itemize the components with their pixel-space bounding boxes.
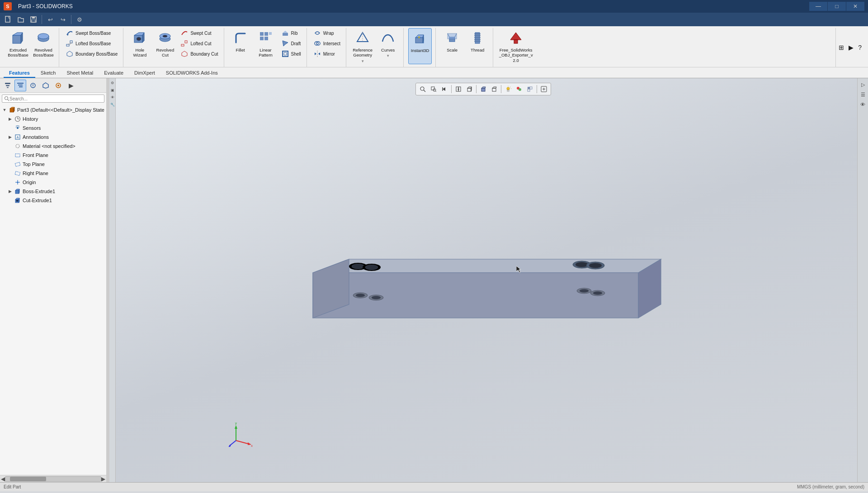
tree-item-part3[interactable]: ▼ Part3 (Default<<Default>_Display State (0, 105, 106, 114)
maximize-button[interactable]: □ (828, 2, 846, 11)
swept-boss-button[interactable]: Swept Boss/Base (64, 28, 119, 38)
ribbon: Extruded Boss/Base Revolved Boss/Base Sw… (0, 26, 868, 78)
boundary-cut-button[interactable]: Boundary Cut (179, 49, 220, 59)
open-button[interactable] (15, 14, 26, 25)
sidebar-display-button[interactable] (52, 80, 64, 91)
vp-wireframe-button[interactable] (489, 84, 499, 94)
tab-sketch[interactable]: Sketch (35, 69, 61, 78)
scroll-thumb[interactable] (10, 477, 46, 481)
intersect-button[interactable]: Intersect (311, 38, 342, 48)
sidebar-filter-button[interactable] (2, 80, 14, 91)
tab-features[interactable]: Features (4, 69, 35, 78)
status-message: Edit Part (4, 484, 21, 489)
fillet-button[interactable]: Fillet (229, 28, 252, 64)
sensors-icon (14, 124, 21, 132)
mini-icon-1[interactable]: ⚙ (110, 80, 115, 85)
vp-display-states-button[interactable] (525, 84, 535, 94)
right-sidebar: ▷ ☰ 👁 (857, 78, 868, 482)
linear-pattern-button[interactable]: Linear Pattern (254, 28, 278, 64)
mini-icon-2[interactable]: ▣ (110, 87, 115, 93)
svg-text:x: x (251, 444, 253, 448)
rs-expand-button[interactable]: ▷ (859, 80, 868, 89)
instant3d-label: Instant3D (411, 48, 429, 53)
tree-item-top-plane[interactable]: Top Plane (0, 160, 106, 169)
rib-button[interactable]: Rib (279, 28, 303, 38)
tree-item-cut-extrude1[interactable]: Cut-Extrude1 (0, 196, 106, 205)
boundary-boss-button[interactable]: Boundary Boss/Base (64, 49, 119, 59)
lofted-cut-button[interactable]: Lofted Cut (179, 38, 220, 48)
undo-button[interactable]: ↩ (45, 14, 56, 25)
extruded-boss-button[interactable]: Extruded Boss/Base (6, 28, 30, 64)
reference-geometry-button[interactable]: Reference Geometry ▼ (351, 28, 374, 65)
search-input[interactable] (9, 96, 102, 101)
scroll-left-button[interactable]: ◀ (1, 476, 5, 482)
swept-cut-button[interactable]: Swept Cut (179, 28, 220, 38)
annotations-icon: A (14, 133, 21, 141)
revolved-cut-button[interactable]: Revolved Cut (153, 28, 177, 64)
svg-point-59 (57, 85, 59, 86)
svg-point-109 (352, 264, 364, 269)
vp-lighting-button[interactable] (503, 84, 513, 94)
tree-item-boss-extrude1[interactable]: ▶ Boss-Extrude1 (0, 187, 106, 196)
thread-label: Thread (471, 47, 484, 52)
draft-button[interactable]: Draft (279, 38, 303, 48)
svg-text:A: A (17, 136, 19, 139)
front-plane-label: Front Plane (23, 152, 48, 158)
thread-button[interactable]: Thread (466, 28, 489, 64)
scale-button[interactable]: Scale (440, 28, 464, 64)
vp-more-button[interactable] (539, 84, 549, 94)
svg-rect-24 (260, 37, 264, 40)
tree-item-origin[interactable]: Origin (0, 178, 106, 187)
shell-button[interactable]: Shell (279, 49, 303, 59)
wrap-button[interactable]: Wrap (311, 28, 342, 38)
sidebar-tree-button[interactable] (14, 80, 26, 91)
vp-previous-view-button[interactable] (439, 84, 449, 94)
tree-item-history[interactable]: ▶ History (0, 114, 106, 123)
obj-exporter-button[interactable]: Free_SolidWorks_OBJ_Exporter_v2.0 (498, 28, 534, 65)
origin-label: Origin (23, 180, 36, 185)
settings-button[interactable]: ⚙ (74, 14, 85, 25)
vp-zoom-fit-button[interactable] (418, 84, 428, 94)
tree-item-material[interactable]: Material <not specified> (0, 142, 106, 151)
new-button[interactable] (3, 14, 14, 25)
curves-button[interactable]: Curves ▼ (376, 28, 400, 64)
minimize-button[interactable]: — (809, 2, 827, 11)
tree-item-front-plane[interactable]: Front Plane (0, 151, 106, 160)
vp-separator-2 (476, 85, 476, 93)
revolved-boss-button[interactable]: Revolved Boss/Base (32, 28, 55, 64)
lofted-boss-button[interactable]: Lofted Boss/Base (64, 38, 119, 48)
svg-point-97 (519, 88, 521, 91)
vp-shaded-button[interactable] (478, 84, 488, 94)
sidebar-prop-button[interactable] (27, 80, 39, 91)
tree-item-right-plane[interactable]: Right Plane (0, 169, 106, 178)
scroll-right-button[interactable]: ▶ (101, 476, 105, 482)
vp-view-orient-button[interactable] (464, 84, 474, 94)
tab-sheet-metal[interactable]: Sheet Metal (61, 69, 99, 78)
sidebar-scrollbar[interactable]: ◀ ▶ (0, 475, 106, 482)
sidebar-more-button[interactable]: ▶ (65, 80, 77, 91)
vp-appearance-button[interactable] (514, 84, 524, 94)
expand-toolbar-button[interactable]: ⊞ (837, 43, 846, 52)
save-button[interactable] (28, 14, 39, 25)
rs-view-button[interactable]: 👁 (859, 100, 868, 109)
toolbar-options-button[interactable]: ▶ (847, 43, 855, 52)
tree-item-annotations[interactable]: ▶ A Annotations (0, 133, 106, 142)
tree-item-sensors[interactable]: Sensors (0, 123, 106, 133)
viewport[interactable]: ⚙ ▣ 👁 🔧 (109, 78, 857, 482)
vp-zoom-window-button[interactable] (429, 84, 439, 94)
tab-solidworks-addins[interactable]: SOLIDWORKS Add-Ins (160, 69, 223, 78)
instant3d-button[interactable]: Instant3D (408, 28, 432, 64)
mini-icon-4[interactable]: 🔧 (110, 102, 115, 107)
hole-wizard-button[interactable]: Hole Wizard (128, 28, 151, 64)
vp-normal-to-button[interactable] (453, 84, 463, 94)
close-button[interactable]: ✕ (846, 2, 864, 11)
sidebar-config-button[interactable] (40, 80, 52, 91)
tab-dimxpert[interactable]: DimXpert (129, 69, 160, 78)
help-button[interactable]: ? (856, 43, 863, 52)
tab-evaluate[interactable]: Evaluate (99, 69, 129, 78)
mini-icon-3[interactable]: 👁 (110, 95, 115, 100)
redo-button[interactable]: ↪ (57, 14, 68, 25)
mirror-button[interactable]: Mirror (311, 49, 342, 59)
rs-properties-button[interactable]: ☰ (859, 90, 868, 99)
svg-rect-0 (5, 16, 10, 22)
